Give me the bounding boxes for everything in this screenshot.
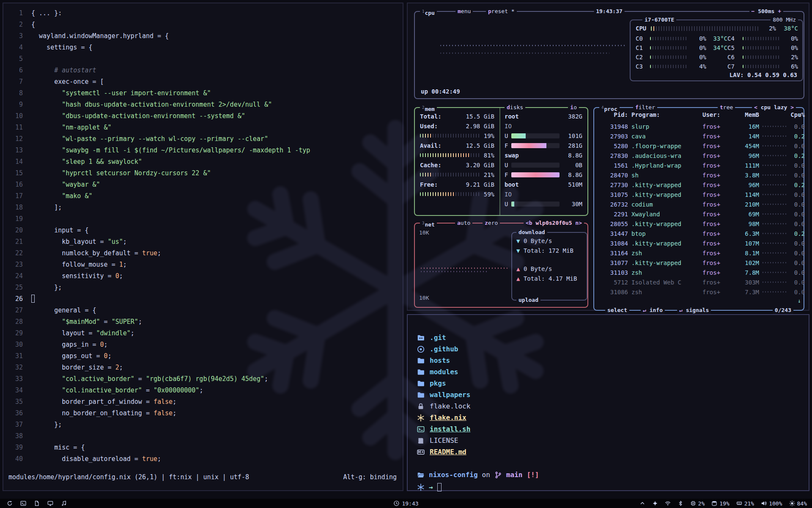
stat-disk[interactable]: 19% (711, 500, 729, 507)
clock-module[interactable]: 19:43 (393, 500, 418, 507)
filter-button[interactable]: filter (633, 104, 657, 111)
code-line[interactable]: 27 general = { (8, 305, 403, 316)
file-name: modules (430, 368, 458, 376)
code-line[interactable]: 18 ]; (8, 202, 403, 213)
code-line[interactable]: 12 "wl-paste --primary --watch wl-copy -… (8, 133, 403, 145)
process-row[interactable]: 31103zshfros+7.8M0.0 (598, 268, 794, 277)
code-line[interactable]: 28 "$mainMod" = "SUPER"; (8, 316, 403, 328)
disk-bar-row: F281G (505, 141, 582, 150)
code-line[interactable]: 3 wayland.windowManager.hyprland = { (8, 30, 403, 42)
process-row[interactable]: 31447btopfros+6.3M0.2 (598, 229, 794, 238)
process-row[interactable]: 31077.kitty-wrappedfros+102M0.0 (598, 258, 794, 268)
code-line[interactable]: 21 kb_layout = "us"; (8, 236, 403, 248)
process-row[interactable]: 5712Isolated Web Cfros+303M0.0 (598, 277, 794, 287)
code-line[interactable]: 30 gaps_in = 0; (8, 339, 403, 351)
code-line[interactable]: 5 (8, 53, 403, 65)
io-toggle[interactable]: io (568, 104, 579, 111)
process-row[interactable]: 5280.floorp-wrappefros+454M0.0 (598, 141, 794, 151)
stat-memory[interactable]: 21% (736, 500, 754, 507)
scroll-up-arrow[interactable]: ↑ (798, 111, 801, 118)
code-line[interactable]: 34 "col.inactive_border" = "0x00000000"; (8, 385, 403, 396)
code-line[interactable]: 26 (8, 293, 403, 305)
info-button[interactable]: ↵ info (641, 306, 665, 314)
display-icon[interactable] (47, 500, 53, 506)
code-line[interactable]: 24 sensitivity = 0; (8, 271, 403, 282)
code-line[interactable]: 35 border_part_of_window = false; (8, 396, 403, 408)
process-row[interactable]: 27830.audacious-wrafros+96M0.2 (598, 151, 794, 160)
folder-open-icon (417, 471, 425, 479)
process-row[interactable]: 27730.kitty-wrappedfros+96M0.2 (598, 180, 794, 190)
process-row[interactable]: 31075.kitty-wrappedfros+114M0.0 (598, 190, 794, 199)
code-line[interactable]: 33 "col.active_border" = "rgb(cba6f7) rg… (8, 373, 403, 385)
bluetooth-icon[interactable] (678, 500, 683, 506)
process-row[interactable]: 31164zshfros+8.1M0.0 (598, 248, 794, 258)
code-line[interactable]: 39 misc = { (8, 442, 403, 453)
code-line[interactable]: 11 "nm-applet &" (8, 122, 403, 133)
refresh-icon[interactable] (7, 500, 13, 506)
process-row[interactable]: 31084.kitty-wrappedfros+107M0.0 (598, 238, 794, 248)
code-line[interactable]: 40 disable_autoreload = true; (8, 453, 403, 465)
tray-chevron-up-icon[interactable] (639, 500, 645, 506)
code-line[interactable]: 14 "sleep 1 && swaylock" (8, 156, 403, 168)
files-icon[interactable] (34, 500, 40, 506)
code-line[interactable]: 2{ (8, 19, 403, 30)
code-line[interactable]: 4 settings = { (8, 42, 403, 53)
code-line[interactable]: 19 (8, 213, 403, 225)
download-speed: ▼ 0 Byte/s (512, 236, 587, 246)
update-interval-control[interactable]: − 500ms + (749, 8, 783, 15)
code-line[interactable]: 25 }; (8, 282, 403, 293)
code-line[interactable]: 38 (8, 431, 403, 442)
network-icon[interactable] (665, 500, 671, 506)
process-row[interactable]: 28470shfros+3.8M0.0 (598, 170, 794, 180)
process-row[interactable]: 26732codiumfros+210M0.0 (598, 199, 794, 209)
net-auto-toggle[interactable]: auto (455, 219, 472, 227)
tray-sparkle-icon[interactable] (652, 500, 658, 506)
process-row[interactable]: 31086zshfros+7.3M0.0 (598, 287, 794, 297)
code-area[interactable]: 1{ ... }:2{3 wayland.windowManager.hyprl… (3, 3, 403, 465)
code-line[interactable]: 23 follow_mouse = 1; (8, 259, 403, 271)
code-line[interactable]: 37 }; (8, 419, 403, 431)
code-line[interactable]: 22 numlock_by_default = true; (8, 248, 403, 259)
code-line[interactable]: 10 "dbus-update-activation-environment -… (8, 110, 403, 122)
code-line[interactable]: 7 exec-once = [ (8, 76, 403, 88)
code-line[interactable]: 29 layout = "dwindle"; (8, 328, 403, 339)
code-line[interactable]: 36 no_border_on_floating = false; (8, 408, 403, 419)
process-row[interactable]: 28055.kitty-wrappedfros+98M0.0 (598, 219, 794, 229)
process-row[interactable]: 31948slurpfros+16M0.0 (598, 121, 794, 131)
process-table-header[interactable]: Pid: Program: User: MemB Cpu% (598, 111, 794, 118)
tree-toggle[interactable]: tree (718, 104, 735, 111)
music-icon[interactable] (61, 500, 67, 506)
code-line[interactable]: 9 "hash dbus-update-activation-environme… (8, 99, 403, 110)
code-line[interactable]: 1{ ... }: (8, 8, 403, 19)
shell-input-line[interactable]: → (417, 481, 809, 493)
sort-selector[interactable]: < cpu lazy > (752, 104, 796, 111)
select-button[interactable]: select (605, 306, 629, 314)
editor-pane[interactable]: 1{ ... }:2{3 wayland.windowManager.hyprl… (3, 3, 403, 491)
signals-button[interactable]: ↵ signals (677, 306, 711, 314)
line-number: 5 (8, 53, 23, 65)
line-number: 9 (8, 99, 23, 110)
process-row[interactable]: 27903cavafros+14M0.2 (598, 131, 794, 141)
code-line[interactable]: 16 "waybar &" (8, 179, 403, 190)
scroll-down-arrow[interactable]: ↓ (798, 298, 801, 304)
net-zero-toggle[interactable]: zero (483, 219, 500, 227)
process-row[interactable]: 1561.Hyprland-wrapfros+111M0.0 (598, 160, 794, 170)
btop-pane[interactable]: 1cpu menu preset * 19:43:37 − 500ms + i7… (407, 3, 809, 311)
process-row[interactable]: 2291Xwaylandfros+69M0.0 (598, 209, 794, 219)
net-interface-selector[interactable]: <b wlp0s20f0u5 n> (524, 219, 584, 227)
stat-volume[interactable]: 100% (761, 500, 782, 507)
stat-brightness[interactable]: 84% (789, 500, 807, 507)
code-line[interactable]: 17 "mako &" (8, 190, 403, 202)
terminal-icon[interactable] (20, 500, 26, 506)
code-line[interactable]: 6 # autostart (8, 65, 403, 76)
terminal-pane[interactable]: .git.githubhostsmodulespkgswallpapersfla… (407, 314, 809, 491)
code-line[interactable]: 31 gaps_out = 0; (8, 351, 403, 362)
code-line[interactable]: 20 input = { (8, 225, 403, 236)
code-line[interactable]: 15 "hyprctl setcursor Nordzy-cursors 22 … (8, 168, 403, 179)
stat-cpu[interactable]: 2% (690, 500, 705, 507)
code-line[interactable]: 13 "swaybg -m fill -i $(find ~/Pictures/… (8, 145, 403, 156)
code-line[interactable]: 32 border_size = 2; (8, 362, 403, 373)
disks-toggle[interactable]: disks (505, 104, 525, 111)
folder-icon (417, 391, 425, 399)
code-line[interactable]: 8 "systemctl --user import-environment &… (8, 88, 403, 99)
